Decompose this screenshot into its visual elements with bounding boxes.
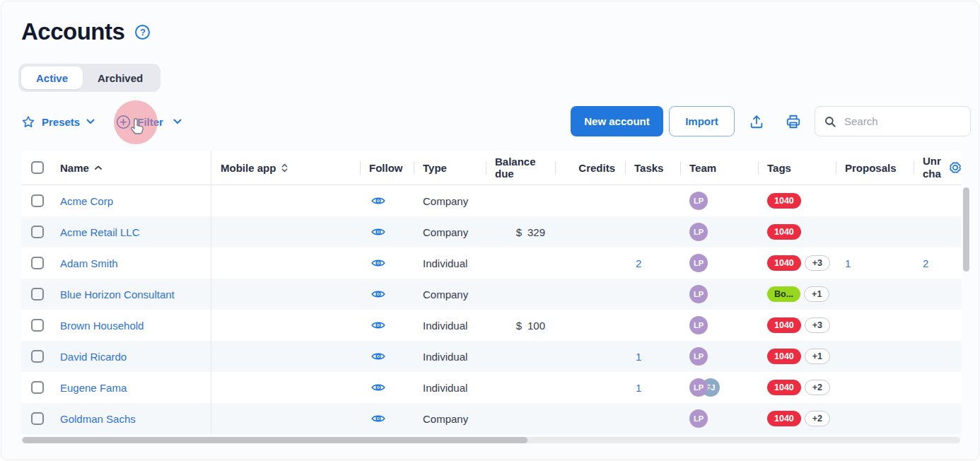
follow-eye-icon[interactable] <box>371 320 385 330</box>
tab-active[interactable]: Active <box>21 66 83 89</box>
column-header-unread-chats[interactable]: Unr cha <box>914 151 962 185</box>
presets-button[interactable]: Presets <box>21 115 95 129</box>
column-header-credits[interactable]: Credits <box>555 151 625 185</box>
tag-more[interactable]: +2 <box>805 380 830 395</box>
follow-eye-icon[interactable] <box>371 289 385 299</box>
column-header-name[interactable]: Name <box>54 151 211 185</box>
tag-more[interactable]: +1 <box>804 286 829 302</box>
search-box <box>815 106 971 136</box>
tag[interactable]: 1040 <box>767 317 801 333</box>
account-type: Individual <box>423 320 467 332</box>
search-icon <box>824 115 836 128</box>
row-checkbox[interactable] <box>31 194 44 207</box>
import-button[interactable]: Import <box>669 106 735 136</box>
tag[interactable]: 1040 <box>767 411 801 426</box>
tasks-count-link[interactable]: 1 <box>636 382 641 394</box>
account-name-link[interactable]: Goldman Sachs <box>60 413 136 425</box>
account-type: Individual <box>423 382 467 394</box>
tag[interactable]: 1040 <box>767 224 801 240</box>
vertical-scrollbar[interactable] <box>963 187 969 272</box>
select-all-checkbox[interactable] <box>31 161 44 174</box>
balance-amount: 100 <box>527 320 545 332</box>
table-row: Acme Corp Company LP 1040 <box>21 185 962 216</box>
tag-more[interactable]: +3 <box>805 317 830 333</box>
table-row: Blue Horizon Consultant Company LP Bo...… <box>21 279 962 310</box>
plus-circle-icon <box>116 115 131 129</box>
column-header-balance-due[interactable]: Balance due <box>486 151 555 185</box>
column-header-mobile-app[interactable]: Mobile app <box>211 151 360 185</box>
account-name-link[interactable]: Blue Horizon Consultant <box>60 288 175 300</box>
avatar[interactable]: LP <box>689 254 708 272</box>
account-name-link[interactable]: Acme Corp <box>60 195 113 207</box>
tag[interactable]: 1040 <box>767 255 801 271</box>
account-name-link[interactable]: David Ricardo <box>60 351 127 363</box>
account-type: Company <box>423 226 468 238</box>
table-row: Acme Retail LLC Company $329 LP 1040 <box>21 216 962 247</box>
column-header-follow[interactable]: Follow <box>360 151 414 185</box>
print-icon[interactable] <box>785 113 802 130</box>
avatar[interactable]: LP <box>689 378 708 397</box>
row-checkbox[interactable] <box>31 350 44 363</box>
tag[interactable]: Bo... <box>767 286 800 302</box>
avatar[interactable]: LP <box>689 347 708 366</box>
column-settings-gear-icon[interactable] <box>948 161 962 175</box>
presets-label: Presets <box>42 116 80 128</box>
follow-eye-icon[interactable] <box>371 258 385 268</box>
chevron-down-icon <box>86 119 95 124</box>
follow-eye-icon[interactable] <box>371 414 385 424</box>
table-row: Eugene Fama Individual 1 LPFJ 1040+2 <box>21 372 962 403</box>
row-checkbox[interactable] <box>31 288 44 300</box>
help-icon[interactable]: ? <box>135 25 150 40</box>
sort-asc-icon <box>95 165 102 170</box>
search-input[interactable] <box>843 115 962 128</box>
row-checkbox[interactable] <box>31 257 44 269</box>
tag-more[interactable]: +2 <box>805 411 830 426</box>
page-title: Accounts <box>21 18 124 45</box>
row-checkbox[interactable] <box>31 226 44 238</box>
avatar[interactable]: LP <box>689 409 708 428</box>
follow-eye-icon[interactable] <box>371 227 385 237</box>
table-row: Brown Household Individual $100 LP 1040+… <box>21 310 962 341</box>
table-header: Name Mobile app Follow Type Balance due … <box>21 151 962 185</box>
sort-both-icon <box>281 163 288 173</box>
follow-eye-icon[interactable] <box>371 351 385 361</box>
account-type: Company <box>423 288 468 300</box>
filter-button[interactable]: Filter <box>116 115 182 129</box>
avatar[interactable]: LP <box>689 285 708 303</box>
balance-amount: 329 <box>527 226 545 238</box>
tag[interactable]: 1040 <box>767 349 801 364</box>
follow-eye-icon[interactable] <box>371 383 385 392</box>
avatar[interactable]: LP <box>689 192 708 210</box>
row-checkbox[interactable] <box>31 381 44 394</box>
row-checkbox[interactable] <box>31 319 44 332</box>
column-header-tasks[interactable]: Tasks <box>625 151 680 185</box>
column-header-proposals[interactable]: Proposals <box>836 151 914 185</box>
avatar[interactable]: LP <box>689 223 708 241</box>
row-checkbox[interactable] <box>31 412 44 425</box>
account-name-link[interactable]: Adam Smith <box>60 257 118 269</box>
column-header-team[interactable]: Team <box>680 151 758 185</box>
account-type: Company <box>423 413 468 425</box>
export-upload-icon[interactable] <box>748 113 765 130</box>
unread-chats-count-link[interactable]: 2 <box>923 257 928 269</box>
new-account-button[interactable]: New account <box>571 106 663 136</box>
tasks-count-link[interactable]: 1 <box>636 351 641 363</box>
account-name-link[interactable]: Eugene Fama <box>60 382 127 394</box>
tag-more[interactable]: +1 <box>805 349 830 364</box>
tag-more[interactable]: +3 <box>805 255 830 271</box>
tag[interactable]: 1040 <box>767 193 801 209</box>
avatar[interactable]: LP <box>689 316 708 334</box>
tab-archived[interactable]: Archived <box>83 66 158 89</box>
horizontal-scrollbar-track[interactable] <box>21 437 960 443</box>
tag[interactable]: 1040 <box>767 380 801 395</box>
column-header-type[interactable]: Type <box>414 151 486 185</box>
proposals-count-link[interactable]: 1 <box>845 257 851 269</box>
horizontal-scrollbar-thumb[interactable] <box>23 437 527 443</box>
account-type: Individual <box>423 257 467 269</box>
account-name-link[interactable]: Acme Retail LLC <box>60 226 140 238</box>
balance-currency: $ <box>516 320 522 332</box>
follow-eye-icon[interactable] <box>371 196 385 206</box>
tasks-count-link[interactable]: 2 <box>636 257 641 269</box>
account-name-link[interactable]: Brown Household <box>60 320 144 332</box>
column-header-tags[interactable]: Tags <box>758 151 836 185</box>
